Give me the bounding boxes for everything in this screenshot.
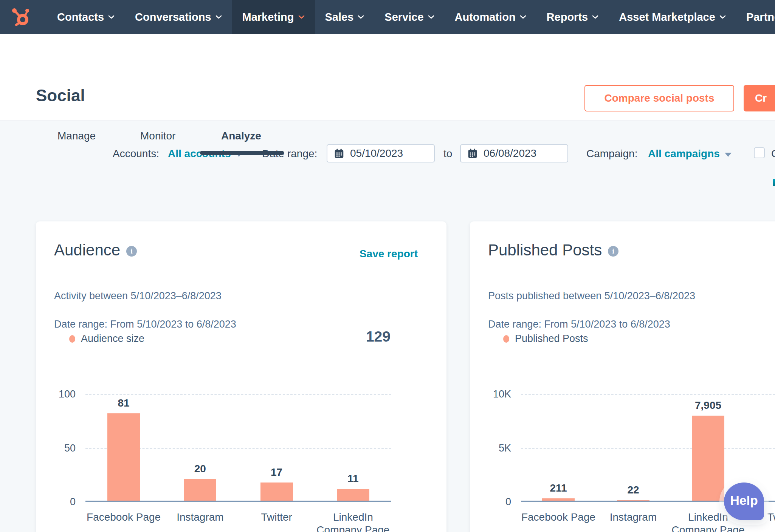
y-axis-tick-label: 5K <box>499 442 511 454</box>
legend-label: Published Posts <box>515 333 588 345</box>
nav-item-reports[interactable]: Reports <box>536 0 609 34</box>
x-axis-line <box>85 501 391 502</box>
chevron-down-icon <box>108 15 115 19</box>
create-social-post-button[interactable]: Cr <box>744 85 775 111</box>
x-axis-category-label: Instagram <box>590 511 677 524</box>
nav-item-label: Marketing <box>242 11 294 23</box>
bar-value-label: 11 <box>315 473 391 485</box>
tab-analyze[interactable]: Analyze <box>221 130 261 142</box>
x-axis-category-label: Facebook Page <box>80 511 167 524</box>
legend-dot-icon <box>69 335 75 343</box>
nav-item-sales[interactable]: Sales <box>315 0 375 34</box>
chart-legend: Published Posts <box>503 333 588 345</box>
legend-dot-icon <box>503 335 509 343</box>
y-axis-tick-label: 50 <box>64 442 76 454</box>
gridline <box>85 394 391 395</box>
published-posts-report-card: Published Posts i Posts published betwee… <box>470 221 775 532</box>
save-report-link[interactable]: Save report <box>360 248 418 260</box>
nav-item-marketing[interactable]: Marketing <box>232 0 315 34</box>
nav-item-label: Conversations <box>135 11 211 23</box>
bar-linkedin-company-page <box>692 416 724 501</box>
info-icon[interactable]: i <box>608 246 618 257</box>
page-title: Social <box>36 86 85 105</box>
chart-legend: Audience size <box>69 333 144 345</box>
main-content: Accounts: All accounts Date range: 05/10… <box>0 121 775 532</box>
bar-value-label: 22 <box>595 484 671 496</box>
nav-item-label: Reports <box>547 11 588 23</box>
x-axis-category-label: LinkedIn Company Page <box>310 511 397 532</box>
chevron-down-icon <box>215 15 222 19</box>
y-axis-tick-label: 100 <box>59 388 76 400</box>
nav-item-automation[interactable]: Automation <box>445 0 536 34</box>
x-axis-category-label: Facebook Page <box>515 511 602 524</box>
nav-item-service[interactable]: Service <box>374 0 444 34</box>
date-range-text: Date range: From 5/10/2023 to 6/8/2023 <box>54 319 236 330</box>
bar-value-label: 7,905 <box>670 399 746 411</box>
gridline <box>521 394 775 395</box>
hubspot-logo-icon[interactable] <box>11 8 30 26</box>
legend-label: Audience size <box>81 333 144 345</box>
y-axis-tick-label: 10K <box>493 388 511 400</box>
bar-linkedin-company-page <box>337 489 369 501</box>
bar-value-label: 20 <box>162 463 238 475</box>
nav-item-label: Sales <box>325 11 354 23</box>
bar-instagram <box>184 479 216 501</box>
chevron-down-icon <box>428 15 434 19</box>
bar-facebook-page <box>107 413 140 501</box>
activity-range-text: Activity between 5/10/2023–6/8/2023 <box>54 290 222 302</box>
info-icon[interactable]: i <box>126 246 137 257</box>
y-axis-tick-label: 0 <box>505 496 511 508</box>
audience-bar-chart: 10050081Facebook Page20Instagram17Twitte… <box>85 394 391 502</box>
nav-item-asset-marketplace[interactable]: Asset Marketplace <box>609 0 736 34</box>
nav-item-label: Automation <box>455 11 516 23</box>
chevron-down-icon <box>520 15 526 19</box>
chevron-down-icon <box>719 15 726 19</box>
clipped-edge-element <box>773 179 775 186</box>
tab-manage[interactable]: Manage <box>57 130 96 142</box>
audience-report-card: Audience i Save report Activity between … <box>36 221 446 532</box>
nav-item-contacts[interactable]: Contacts <box>47 0 125 34</box>
compare-social-posts-button[interactable]: Compare social posts <box>584 85 734 111</box>
tab-bar: Manage Monitor Analyze <box>0 127 775 155</box>
gridline <box>521 448 775 449</box>
tab-monitor[interactable]: Monitor <box>140 130 175 142</box>
chevron-down-icon <box>592 15 598 19</box>
bar-value-label: 17 <box>239 466 315 478</box>
bar-value-label: 81 <box>86 397 161 409</box>
published-posts-card-title: Published Posts <box>488 241 602 259</box>
nav-item-label: Partner <box>746 11 775 23</box>
help-button[interactable]: Help <box>724 483 764 520</box>
chevron-down-icon <box>358 15 364 19</box>
active-tab-indicator <box>200 151 284 155</box>
y-axis-tick-label: 0 <box>70 496 76 508</box>
x-axis-category-label: Instagram <box>157 511 243 524</box>
bar-instagram <box>617 500 649 501</box>
chevron-down-icon <box>298 15 305 19</box>
nav-items: ContactsConversationsMarketingSalesServi… <box>47 0 775 34</box>
nav-item-partner[interactable]: Partner <box>736 0 775 34</box>
nav-item-conversations[interactable]: Conversations <box>125 0 232 34</box>
nav-item-label: Asset Marketplace <box>619 11 715 23</box>
page-header: Social Compare social posts Cr Manage Mo… <box>0 34 775 121</box>
audience-total-value: 129 <box>366 328 391 345</box>
audience-card-title: Audience <box>54 241 120 259</box>
posts-published-range-text: Posts published between 5/10/2023–6/8/20… <box>488 290 695 302</box>
nav-item-label: Contacts <box>57 11 104 23</box>
hubspot-social-page: ContactsConversationsMarketingSalesServi… <box>0 0 775 532</box>
date-range-text: Date range: From 5/10/2023 to 6/8/2023 <box>488 319 670 330</box>
bar-facebook-page <box>542 498 575 501</box>
x-axis-category-label: Twitter <box>233 511 320 524</box>
top-navigation: ContactsConversationsMarketingSalesServi… <box>0 0 775 34</box>
bar-twitter <box>260 483 293 501</box>
bar-value-label: 211 <box>521 482 596 494</box>
nav-item-label: Service <box>384 11 423 23</box>
